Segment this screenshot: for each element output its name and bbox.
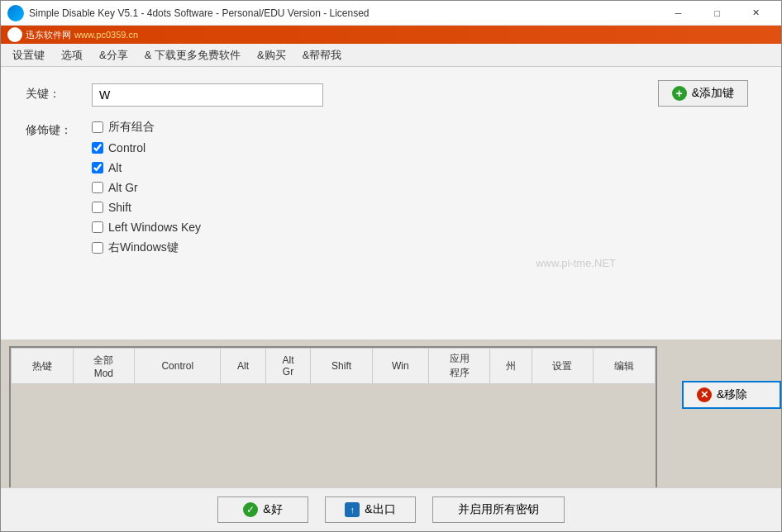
checkbox-shift[interactable] [92, 202, 103, 213]
title-bar-left: Simple Disable Key V5.1 - 4dots Software… [7, 5, 370, 21]
checkbox-alt-label: Alt [108, 161, 122, 174]
checkbox-altgr[interactable] [92, 182, 103, 193]
remove-label: &移除 [717, 387, 747, 402]
checkbox-control-label: Control [108, 141, 145, 154]
checkbox-all-row: 所有组合 [92, 120, 756, 135]
modifier-checkboxes: 所有组合 Control Alt Alt Gr Shift [92, 120, 756, 262]
banner-url: www.pc0359.cn [74, 30, 138, 40]
key-input-area [92, 83, 756, 107]
ok-icon: ✓ [243, 502, 258, 517]
col-control[interactable]: Control [135, 349, 221, 384]
export-icon: ↑ [345, 502, 360, 517]
col-allmod[interactable]: 全部Mod [73, 349, 135, 384]
export-label: &出口 [365, 502, 395, 517]
col-settings[interactable]: 设置 [532, 349, 594, 384]
remove-button[interactable]: ✕ &移除 [682, 381, 781, 409]
checkbox-lwin-label: Left Windows Key [108, 221, 201, 234]
checkbox-alt-row: Alt [92, 161, 756, 174]
add-icon: + [672, 86, 687, 101]
checkbox-control-row: Control [92, 141, 756, 154]
maximize-button[interactable]: □ [699, 1, 736, 26]
app-logo-icon [7, 5, 24, 21]
enable-all-label: 并启用所有密钥 [458, 502, 539, 517]
banner-text: 迅东软件网 [26, 29, 71, 41]
title-controls: ─ □ ✕ [660, 1, 775, 26]
checkbox-left-windows[interactable] [92, 221, 103, 233]
col-edit[interactable]: 编辑 [594, 349, 656, 384]
menu-item-download[interactable]: & 下载更多免费软件 [136, 45, 249, 66]
col-state[interactable]: 州 [490, 349, 532, 384]
modifier-row: 修饰键： 所有组合 Control Alt Alt Gr [26, 120, 756, 262]
menu-item-buy[interactable]: &购买 [249, 45, 294, 66]
checkbox-all[interactable] [92, 121, 103, 133]
checkbox-alt[interactable] [92, 162, 103, 173]
menu-item-share[interactable]: &分享 [91, 45, 136, 66]
modifier-label: 修饰键： [26, 120, 92, 138]
ok-label: &好 [263, 502, 282, 517]
checkbox-all-label: 所有组合 [108, 120, 155, 135]
close-button[interactable]: ✕ [737, 1, 775, 26]
add-key-button[interactable]: + &添加键 [658, 80, 748, 107]
col-alt[interactable]: Alt [221, 349, 265, 384]
key-row: 关键： [26, 83, 756, 107]
menu-item-help[interactable]: &帮帮我 [294, 45, 350, 66]
col-app[interactable]: 应用程序 [428, 349, 490, 384]
key-label: 关键： [26, 83, 92, 102]
col-shift[interactable]: Shift [311, 349, 373, 384]
checkbox-altgr-row: Alt Gr [92, 181, 756, 194]
col-hotkey[interactable]: 热键 [12, 349, 74, 384]
checkbox-control[interactable] [92, 142, 103, 154]
main-content: 关键： 修饰键： 所有组合 Control Alt [1, 67, 781, 340]
checkbox-lwin-row: Left Windows Key [92, 221, 756, 234]
menu-bar: 设置键 选项 &分享 & 下载更多免费软件 &购买 &帮帮我 [1, 44, 781, 67]
title-bar: Simple Disable Key V5.1 - 4dots Software… [1, 1, 781, 26]
col-win[interactable]: Win [372, 349, 428, 384]
checkbox-shift-label: Shift [108, 201, 131, 214]
add-key-label: &添加键 [692, 86, 734, 101]
ok-button[interactable]: ✓ &好 [217, 496, 308, 523]
checkbox-shift-row: Shift [92, 201, 756, 214]
remove-icon: ✕ [697, 387, 712, 402]
checkbox-altgr-label: Alt Gr [108, 181, 138, 194]
enable-all-button[interactable]: 并启用所有密钥 [432, 496, 565, 523]
hotkey-table: 热键 全部Mod Control Alt AltGr Shift Win 应用程… [11, 348, 656, 384]
app-window: Simple Disable Key V5.1 - 4dots Software… [0, 0, 782, 532]
banner-bar: 迅东软件网 www.pc0359.cn [1, 26, 781, 44]
menu-item-options[interactable]: 选项 [53, 45, 91, 66]
key-input[interactable] [92, 83, 323, 107]
banner-logo-icon [7, 27, 22, 42]
checkbox-rwin-row: 右Windows键 [92, 240, 756, 255]
bottom-bar: ✓ &好 ↑ &出口 并启用所有密钥 [1, 487, 781, 531]
menu-item-settings[interactable]: 设置键 [4, 45, 53, 66]
checkbox-rwin-label: 右Windows键 [108, 240, 179, 255]
minimize-button[interactable]: ─ [660, 1, 697, 26]
watermark-text: www.pi-tme.NET [536, 257, 616, 323]
export-button[interactable]: ↑ &出口 [325, 496, 416, 523]
window-title: Simple Disable Key V5.1 - 4dots Software… [29, 7, 370, 19]
col-altgr[interactable]: AltGr [265, 349, 310, 384]
checkbox-right-windows[interactable] [92, 242, 103, 254]
